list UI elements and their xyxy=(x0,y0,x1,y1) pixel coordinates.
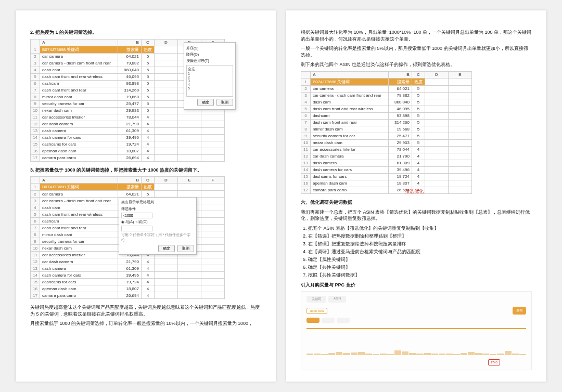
search-cell: 79,882 xyxy=(388,92,412,99)
table-row[interactable]: 3 car camera - dash cam front and rear 7… xyxy=(301,92,472,99)
kw-cell: dash camera xyxy=(310,160,388,166)
heat-cell: 4 xyxy=(412,166,425,173)
kw-cell: car dash camera xyxy=(40,121,118,127)
dialog-ok[interactable]: 确定 xyxy=(158,245,175,252)
table-row[interactable]: 16 apeman dash cam 18,807 4 xyxy=(31,285,225,292)
dash-tab-1[interactable]: 关键词 xyxy=(306,296,326,303)
table-row[interactable]: 9 security camera for car 25,477 5 xyxy=(301,133,472,139)
table-row[interactable]: 14 dash camera for cars 39,496 4 xyxy=(31,134,225,141)
table-row[interactable]: 4 dash cam 860,040 5 xyxy=(301,99,472,106)
keyword-table-3: A B C D E 1 B074JT3698 关键词 搜索量 热度 2 car … xyxy=(301,71,472,194)
condition-input-2[interactable] xyxy=(121,226,152,231)
table-row[interactable]: 15 dashcams for cars 19,724 4 xyxy=(301,173,472,180)
heat-cell: 4 xyxy=(412,160,425,166)
table-row[interactable]: 15 dashcams for cars 19,724 4 xyxy=(31,141,225,148)
table-row[interactable]: 12 car dash camera 21,790 4 xyxy=(301,153,472,160)
kw-cell: dashcam xyxy=(40,218,118,225)
kw-cell: nexar dash cam xyxy=(40,245,118,252)
search-cell: 19,724 xyxy=(118,141,141,148)
search-cell: 39,496 xyxy=(118,134,141,141)
table-row[interactable]: 16 apeman dash cam 18,807 4 xyxy=(31,148,225,154)
dash-subtab-1[interactable] xyxy=(306,318,320,323)
step-6: 确定【共性关键词】 xyxy=(308,264,532,271)
search-cell: 19,668 xyxy=(118,94,141,100)
table-row[interactable]: 17 camara para carro 26,694 4 xyxy=(301,187,472,193)
table-row[interactable]: 13 dash camera 61,309 4 xyxy=(31,265,225,272)
filter-cancel[interactable]: 取消 xyxy=(216,99,233,106)
table-row[interactable]: 2 car camera 64,021 5 xyxy=(31,191,225,198)
kw-cell: apeman dash cam xyxy=(40,285,118,292)
steps-list: 把五个 ASIN 表格【筛选优化】的关键词重复复制贴到【收集】 在【筛选】把热度… xyxy=(308,225,532,279)
step-2: 在【筛选】把热度数据删除和整理贴到【整理】 xyxy=(308,233,532,240)
search-btn[interactable]: 查询 xyxy=(513,307,526,315)
kw-cell: dashcam xyxy=(310,112,388,119)
filter-dialog[interactable]: 升序(S) 降序(O) 按颜色排序(T) 全选 1 2 3 4 5 确定 取消 xyxy=(184,42,236,110)
table-row[interactable]: 12 car dash camera 21,790 4 xyxy=(31,121,225,127)
search-cell: 314,260 xyxy=(388,119,412,126)
table-row[interactable]: 6 dashcam 93,898 5 xyxy=(301,112,472,119)
sort-asc[interactable]: 升序(S) xyxy=(186,46,233,51)
heat-cell: 4 xyxy=(412,173,425,180)
sort-desc[interactable]: 降序(O) xyxy=(186,52,233,57)
table-row[interactable]: 10 nexar dash cam 29,903 5 xyxy=(301,139,472,146)
table-row[interactable]: 17 camara para carro 26,694 4 xyxy=(31,292,225,299)
table-row[interactable]: 5 dash cam front and rear wireless 46,09… xyxy=(301,106,472,112)
table-row[interactable]: 14 dash camera for cars 39,496 4 xyxy=(301,166,472,173)
table-row[interactable]: 14 dash camera for cars 39,496 4 xyxy=(31,272,225,279)
table-3-wrap: A B C D E 1 B074JT3698 关键词 搜索量 热度 2 car … xyxy=(301,71,532,194)
heat-cell: 5 xyxy=(412,119,425,126)
dash-subtab-3[interactable] xyxy=(337,318,350,323)
right-para-2: 一般一个关键词的转化率是搜索量的 5%以内，那月搜索量低于 1000 的关键词月… xyxy=(301,45,532,58)
orange-header: 1 B074JT3698 关键词 搜索量 热度 xyxy=(31,184,225,191)
dashboard-screenshot: 关键词 ASIN dash cam 查询 xyxy=(301,291,532,370)
search-cell: 78,044 xyxy=(388,146,412,153)
kw-cell: dash camera for cars xyxy=(310,166,388,173)
kw-cell: apeman dash cam xyxy=(40,148,118,154)
table-row[interactable]: 16 apeman dash cam 18,807 4 xyxy=(301,180,472,187)
dash-marker: 1745 xyxy=(488,359,500,365)
section-6-heading: 六、优化调研关键词数据 xyxy=(301,199,532,206)
heat-cell: 4 xyxy=(141,148,154,154)
kw-cell: mirror dash cam xyxy=(40,231,118,238)
dialog-title: 突出显示单元格规则 xyxy=(121,200,194,205)
kw-cell: camara para carro xyxy=(40,292,118,299)
filter-checklist[interactable]: 全选 1 2 3 4 5 xyxy=(186,65,233,97)
radio-and[interactable]: ◉ 与(A) xyxy=(121,219,134,225)
table-row[interactable]: 17 camara para carro 26,694 4 xyxy=(31,154,225,161)
search-cell: 61,309 xyxy=(118,127,141,134)
heat-cell: 4 xyxy=(141,258,154,265)
table-row[interactable]: 12 car dash camera 21,790 4 xyxy=(31,258,225,265)
table-row[interactable]: 8 mirror dash cam 19,668 5 xyxy=(301,126,472,133)
table-row[interactable]: 2 car camera 64,021 5 xyxy=(301,85,472,92)
radio-or[interactable]: ○ 或(O) xyxy=(135,219,147,225)
heat-cell: 5 xyxy=(141,191,154,198)
table-row[interactable]: 11 car accessories interior 78,044 4 xyxy=(301,146,472,153)
custom-filter-dialog[interactable]: 突出显示单元格规则 筛选条件 ◉ 与(A) ○ 或(O) 可用 ? 代替单个字符… xyxy=(119,197,197,255)
table-row[interactable]: 7 dash cam front and rear 314,260 5 xyxy=(301,119,472,126)
heat-cell: 4 xyxy=(141,127,154,134)
table-row[interactable]: 11 car accessories interior 78,044 4 xyxy=(31,114,225,121)
kw-cell: mirror dash cam xyxy=(310,126,388,133)
search-cell: 93,898 xyxy=(388,112,412,119)
search-cell: 19,668 xyxy=(388,126,412,133)
sort-by-color[interactable]: 按颜色排序(T) xyxy=(186,58,233,63)
table-row[interactable]: 13 dash camera 61,309 4 xyxy=(301,160,472,166)
kw-cell: apeman dash cam xyxy=(310,180,388,187)
heat-cell: 5 xyxy=(141,60,154,67)
condition-input[interactable] xyxy=(121,213,152,218)
dash-tab-2[interactable]: ASIN xyxy=(328,296,346,303)
dash-subtab-2[interactable] xyxy=(322,318,335,323)
filter-ok[interactable]: 确定 xyxy=(197,99,214,106)
table-row[interactable]: 13 dash camera 61,309 4 xyxy=(31,127,225,134)
heat-cell: 5 xyxy=(141,94,154,100)
kw-cell: dash cam front and rear wireless xyxy=(40,73,118,80)
search-cell: 79,882 xyxy=(118,60,141,67)
search-cell: 29,983 xyxy=(118,107,141,114)
dialog-cancel[interactable]: 取消 xyxy=(177,245,194,252)
search-cell: 21,790 xyxy=(118,121,141,127)
kw-cell: car dash camera xyxy=(40,258,118,265)
sheet-tab-label[interactable]: 筛选优化 xyxy=(405,188,424,195)
kw-cell: dash cam front and rear wireless xyxy=(40,211,118,218)
table-row[interactable]: 15 dashcams for cars 19,724 4 xyxy=(31,279,225,285)
search-pill[interactable]: dash cam xyxy=(306,308,327,314)
